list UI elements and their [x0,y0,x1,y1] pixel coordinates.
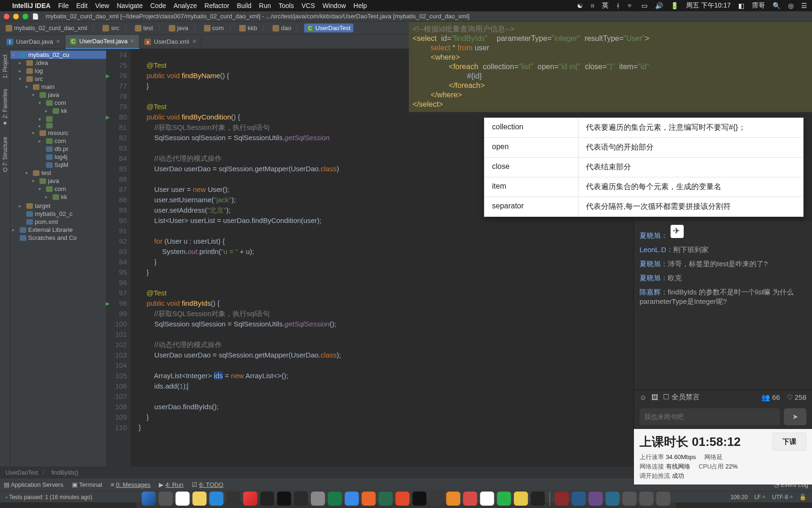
breadcrumb-leaf[interactable]: CUserDaoTest [304,24,353,32]
tree-node[interactable]: ▾main [10,83,106,91]
tree-node[interactable]: mybatis_02_c [10,210,106,218]
tree-node[interactable]: ▾ [10,116,106,122]
dock-app-icon[interactable] [176,492,190,506]
tree-node[interactable]: ▾src [10,75,106,83]
siri-icon[interactable]: ◎ [788,2,794,9]
volume-icon[interactable]: 🔊 [655,2,663,9]
dock-app-icon[interactable] [589,492,603,506]
line-sep[interactable]: LF ÷ [754,494,765,500]
tool-favorites[interactable]: ★ 2: Favorites [2,85,8,130]
editor-tab[interactable]: xUserDao.xml✕ [140,35,201,49]
tree-node[interactable]: ▾java [10,91,106,99]
dock-app-icon[interactable] [446,492,461,506]
dock-app-icon[interactable] [193,492,207,506]
menu-extra-icon[interactable]: ☰ [801,2,807,9]
image-icon[interactable]: 🖼 [651,393,658,401]
menu-window[interactable]: Window [322,2,346,9]
tree-node[interactable]: ▸ [10,122,106,129]
dock-app-icon[interactable] [260,492,274,506]
mute-all-checkbox[interactable]: ☐ 全员禁言 [663,393,699,402]
dock-app-icon[interactable] [572,492,586,506]
tool-todo[interactable]: ☑ 6: TODO [192,481,223,488]
tree-node[interactable]: ▸com [10,137,106,145]
dock-app-icon[interactable] [243,492,258,506]
tree-node[interactable]: ▾com [10,185,106,193]
dock-app-icon[interactable] [362,492,376,506]
close-window-button[interactable] [4,14,9,19]
tree-node[interactable]: ▸kk [10,193,106,201]
tree-node[interactable]: ▸log [10,67,106,75]
end-class-button[interactable]: 下课 [773,433,806,451]
dock-app-icon[interactable] [463,492,477,506]
dock-app-icon[interactable] [345,492,359,506]
project-tree[interactable]: ▾mybatis_02_cu▸.idea▸log▾src▾main▾java▾c… [10,49,107,467]
breadcrumb-item[interactable]: dao [270,24,294,32]
dock-app-icon[interactable] [396,492,410,506]
macos-dock[interactable] [136,489,676,508]
dock-app-icon[interactable] [294,492,308,506]
tree-node[interactable]: ▸kk [10,107,106,115]
breadcrumb-item[interactable]: java [166,24,191,32]
editor-tab[interactable]: IUserDao.java✕ [2,35,65,49]
dock-app-icon[interactable] [226,492,241,506]
menu-refactor[interactable]: Refactor [204,2,229,9]
menu-edit[interactable]: Edit [76,2,87,9]
dock-app-icon[interactable] [311,492,325,506]
tree-node[interactable]: pom.xml [10,218,106,226]
tree-node[interactable]: ▸target [10,202,106,210]
dock-app-icon[interactable] [555,492,569,506]
tree-node[interactable]: log4j [10,153,106,161]
editor-tab[interactable]: CUserDaoTest.java✕ [65,35,140,49]
emoji-icon[interactable]: ☺ [640,393,647,401]
status-icon[interactable]: ☯ [577,2,583,9]
menu-navigate[interactable]: Navigate [117,2,142,9]
tool-appservers[interactable]: ▤ Application Servers [4,481,63,488]
chat-messages[interactable]: 夏晓旭：LeonL.D：刚下班到家夏晓旭：沛哥，标签里的test是咋来的了?夏晓… [634,221,812,389]
dock-app-icon[interactable] [210,492,224,506]
encoding[interactable]: UTF-8 ÷ [772,494,793,500]
close-tab-icon[interactable]: ✕ [56,39,60,45]
tree-node[interactable]: ▸External Librarie [10,226,106,234]
user-icon[interactable]: ◧ [738,2,744,9]
tree-node[interactable]: db.pr [10,145,106,153]
menu-code[interactable]: Code [150,2,166,9]
wifi-icon[interactable]: ᯤ [627,2,634,9]
dock-app-icon[interactable] [413,492,427,506]
tool-run[interactable]: ▶ 4: Run [159,481,183,488]
code-path-method[interactable]: findByIds() [51,469,78,476]
dock-app-icon[interactable] [656,492,671,506]
tree-node[interactable]: ▾com [10,99,106,107]
breadcrumb-item[interactable]: kkb [236,24,260,32]
dock-app-icon[interactable] [277,492,291,506]
cursor-position[interactable]: 106:20 [730,494,748,500]
menu-vcs[interactable]: VCS [301,2,315,9]
input-method-icon[interactable]: 英 [602,1,609,10]
breadcrumb-item[interactable]: test [132,24,156,32]
tree-node[interactable]: SqlM [10,161,106,169]
dock-app-icon[interactable] [514,492,528,506]
menu-build[interactable]: Build [237,2,251,9]
status-icon[interactable]: ⌗ [591,2,594,10]
spotlight-icon[interactable]: 🔍 [773,2,781,9]
code-path-class[interactable]: UserDaoTest [6,469,38,476]
dock-app-icon[interactable] [606,492,620,506]
tool-messages[interactable]: ≡ 0: Messages [110,481,150,488]
tree-node[interactable]: ▾resourc [10,129,106,137]
send-button[interactable]: ➤ [784,408,806,425]
menu-run[interactable]: Run [259,2,271,9]
menu-tools[interactable]: Tools [279,2,294,9]
clock[interactable]: 周五 下午10:17 [686,1,731,10]
tool-project[interactable]: 1: Project [2,51,8,82]
dock-app-icon[interactable] [142,492,156,506]
dock-app-icon[interactable] [429,492,444,506]
tree-node[interactable]: ▾test [10,169,106,177]
dock-app-icon[interactable] [497,492,511,506]
bluetooth-icon[interactable]: ᚼ [616,2,620,9]
dock-app-icon[interactable] [480,492,494,506]
breadcrumb-item[interactable]: src [100,24,122,32]
tree-node[interactable]: ▾java [10,177,106,185]
dock-app-icon[interactable] [640,492,654,506]
lock-icon[interactable]: 🔓 [799,494,806,500]
dock-app-icon[interactable] [159,492,173,506]
chat-input[interactable] [640,408,780,425]
